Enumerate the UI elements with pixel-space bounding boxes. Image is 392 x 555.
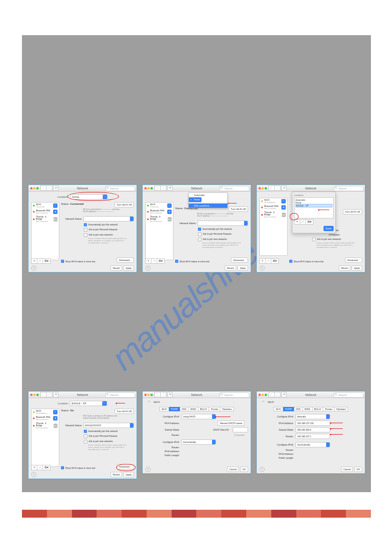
search-input[interactable]: Search	[334, 392, 363, 398]
add-button[interactable]: +	[31, 465, 37, 470]
sidebar-item-thunderbolt[interactable]: Thunde...lt BridgeNot Connected⊷	[32, 421, 59, 430]
help-button[interactable]: ?	[259, 265, 265, 271]
show-menubar-checkbox[interactable]: ✓	[61, 466, 64, 469]
tab-wifi[interactable]: Wi-Fi	[159, 407, 169, 411]
apply-button[interactable]: Apply	[123, 472, 134, 477]
ask-new-checkbox[interactable]	[198, 238, 201, 241]
done-button[interactable]: Done	[324, 226, 334, 231]
tab-hardware[interactable]: Hardware	[220, 407, 234, 411]
revert-button[interactable]: Revert	[111, 472, 122, 477]
sheet-add-button[interactable]: +	[294, 219, 300, 225]
apply-button[interactable]: Apply	[237, 265, 248, 271]
turn-wifi-off-button[interactable]: Turn Wi-Fi Off	[343, 209, 362, 214]
advanced-button[interactable]: Advanced...	[117, 464, 134, 469]
ask-hotspot-checkbox[interactable]	[84, 435, 87, 438]
ok-button[interactable]: OK	[354, 467, 362, 472]
tab-wins[interactable]: WINS	[303, 407, 313, 411]
sidebar-item-wifi[interactable]: Wi-FiNo IP Address⌔	[32, 409, 59, 415]
remove-button[interactable]: −	[37, 465, 43, 470]
ask-hotspot-checkbox[interactable]	[198, 232, 201, 236]
tab-proxies[interactable]: Proxies	[323, 407, 334, 411]
gear-button[interactable]: ⚙︎▾	[43, 465, 50, 470]
turn-wifi-off-button[interactable]: Turn Wi-Fi Off	[115, 202, 134, 207]
configure-ipv6-select[interactable]: Automatically	[295, 442, 330, 447]
network-name-select[interactable]: EAGLEXXXXXX	[83, 423, 134, 428]
help-button[interactable]: ?	[145, 467, 151, 472]
auto-join-checkbox[interactable]: ✓	[84, 430, 87, 433]
ipv4-input[interactable]: 192.168.137.102	[295, 421, 330, 426]
subnet-input[interactable]: 255.255.255.0	[295, 427, 330, 432]
sidebar-item-bluetooth[interactable]: Bluetooth PANNot Connected⁕	[32, 415, 59, 421]
sidebar-item-thunderbolt[interactable]: Thunde...lt BridgeNot Connected⊷	[260, 210, 287, 219]
location-select[interactable]: EAGLE - XP⌃⌄	[70, 401, 107, 406]
remove-button[interactable]: −	[266, 258, 271, 264]
tab-8021x[interactable]: 802.1X	[198, 407, 209, 411]
help-button[interactable]: ?	[145, 265, 151, 271]
menu-item-edit-locations[interactable]: Edit Locations...	[189, 203, 227, 208]
tab-tcpip[interactable]: TCP/IP	[169, 407, 180, 411]
network-name-select[interactable]	[83, 216, 134, 221]
configure-ipv4-select[interactable]: Manually	[295, 414, 330, 419]
dhcp-client-id-input[interactable]	[233, 427, 248, 432]
help-button[interactable]: ?	[31, 472, 36, 477]
add-button[interactable]: +	[31, 258, 37, 264]
search-input[interactable]: Search	[219, 392, 249, 398]
apply-button[interactable]: Apply	[352, 265, 362, 271]
auto-join-checkbox[interactable]: ✓	[198, 228, 201, 231]
sidebar-item-wifi[interactable]: Wi-FiConnected⌔	[32, 203, 59, 209]
show-menubar-checkbox[interactable]: ✓	[289, 260, 292, 263]
search-input[interactable]: Search	[334, 186, 363, 191]
network-name-select[interactable]	[198, 221, 248, 226]
renew-lease-button[interactable]: Renew DHCP Lease	[218, 421, 245, 426]
ask-hotspot-checkbox[interactable]	[84, 228, 87, 232]
sidebar-item-wifi[interactable]: Wi-FiConnected⌔	[146, 203, 173, 209]
remove-button[interactable]: −	[37, 258, 43, 264]
tab-tcpip[interactable]: TCP/IP	[283, 407, 294, 411]
revert-button[interactable]: Revert	[111, 265, 122, 271]
menu-item-automatic[interactable]: Automatic	[189, 193, 227, 197]
advanced-button[interactable]: Advanced...	[117, 258, 134, 263]
tab-dns[interactable]: DNS	[294, 407, 303, 411]
sidebar-item-bluetooth[interactable]: Bluetooth PANNot Connected⁕	[146, 209, 173, 215]
help-button[interactable]: ?	[259, 467, 265, 472]
show-menubar-checkbox[interactable]: ✓	[61, 260, 64, 263]
configure-ipv4-select[interactable]: Using DHCP	[181, 414, 216, 419]
router-input[interactable]: 192.168.137.1	[295, 434, 330, 439]
search-input[interactable]: Search	[105, 186, 135, 191]
gear-button[interactable]: ⚙︎▾	[157, 258, 165, 264]
advanced-button[interactable]: Advanced...	[231, 258, 248, 263]
search-input[interactable]: Search	[219, 186, 249, 191]
sheet-gear-button[interactable]: ⚙︎▾	[306, 219, 313, 225]
cancel-button[interactable]: Cancel	[341, 467, 353, 472]
sidebar-item-bluetooth[interactable]: Bluetooth PANNot Connected⁕	[32, 209, 59, 215]
advanced-button[interactable]: Advanced...	[345, 258, 362, 263]
tab-proxies[interactable]: Proxies	[209, 407, 220, 411]
sidebar-item-thunderbolt[interactable]: Thunde...lt BridgeNot Connected⊷	[32, 215, 59, 223]
ask-new-checkbox[interactable]	[312, 238, 316, 241]
sidebar-item-bluetooth[interactable]: Bluetooth PANNot Connected⁕	[260, 204, 287, 210]
turn-wifi-off-button[interactable]: Turn Wi-Fi Off	[229, 207, 248, 212]
gear-button[interactable]: ⚙︎▾	[43, 258, 50, 264]
cancel-button[interactable]: Cancel	[227, 467, 239, 472]
revert-button[interactable]: Revert	[339, 265, 350, 271]
remove-button[interactable]: −	[151, 258, 157, 264]
tab-wins[interactable]: WINS	[189, 407, 198, 411]
location-select[interactable]: Home⌃⌄	[70, 194, 108, 200]
ask-new-checkbox[interactable]	[84, 233, 87, 237]
location-item-selected[interactable]: EAGLE - XP	[295, 204, 332, 207]
revert-button[interactable]: Revert	[225, 265, 236, 271]
configure-ipv6-select[interactable]: Automatically	[181, 439, 216, 445]
gear-button[interactable]: ⚙︎▾	[271, 258, 279, 264]
show-menubar-checkbox[interactable]: ✓	[175, 260, 178, 263]
apply-button[interactable]: Apply	[123, 265, 134, 271]
tab-8021x[interactable]: 802.1X	[313, 407, 324, 411]
tab-hardware[interactable]: Hardware	[334, 407, 348, 411]
sheet-remove-button[interactable]: −	[300, 219, 306, 225]
search-input[interactable]: Search	[105, 392, 135, 398]
ask-new-checkbox[interactable]	[84, 440, 87, 443]
add-button[interactable]: +	[145, 258, 151, 264]
sidebar-item-wifi[interactable]: Wi-FiNo IP Address⌔	[260, 198, 287, 204]
add-button[interactable]: +	[259, 258, 266, 264]
tab-dns[interactable]: DNS	[180, 407, 189, 411]
help-button[interactable]: ?	[31, 265, 36, 271]
